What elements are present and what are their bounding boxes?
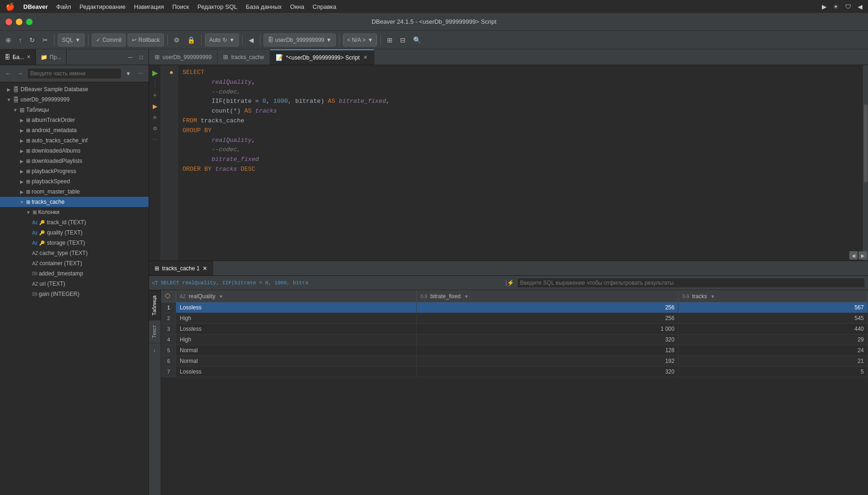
maximize-button[interactable]	[26, 19, 33, 25]
menu-file[interactable]: Файл	[56, 3, 71, 10]
col-sort-realquality[interactable]: ▼	[219, 294, 224, 299]
code-space-11	[211, 165, 215, 174]
table-row[interactable]: 3 Lossless 1 000 440	[162, 324, 868, 334]
sidebar-tab-db-close[interactable]: ✕	[27, 54, 31, 60]
tab-script[interactable]: 📝 *<userDb_999999999> Script ✕	[270, 49, 374, 65]
code-editor[interactable]: SELECT realQuality , --codec, IIF(bitrat…	[178, 65, 862, 261]
side-tab-text[interactable]: Текст	[149, 320, 161, 343]
tree-item-gain[interactable]: 09 gain (INTEGER)	[0, 289, 149, 299]
menu-windows[interactable]: Окна	[290, 3, 304, 10]
menu-edit[interactable]: Редактирование	[80, 3, 126, 10]
table-row[interactable]: 5 Normal 128 24	[162, 345, 868, 356]
scrollbar-thumb[interactable]	[864, 104, 868, 182]
database-selector[interactable]: 🗄 userDb_999999999 ▼	[264, 33, 336, 47]
tree-item-storage[interactable]: Az 🔑 storage (TEXT)	[0, 238, 149, 248]
sql-filter-input[interactable]	[517, 278, 865, 288]
results-tab-close[interactable]: ✕	[203, 265, 207, 272]
lock-btn[interactable]: 🔒	[184, 33, 198, 47]
sql-button[interactable]: SQL ▼	[58, 33, 85, 47]
tree-item-userdb[interactable]: ▼ 🗄 userDb_999999999	[0, 94, 149, 105]
sidebar-search-input[interactable]	[27, 68, 122, 79]
tab-tracks-cache[interactable]: ⊞ tracks_cache	[217, 49, 270, 65]
tree-item-dbeaver-sample[interactable]: ▶ 🗄 DBeaver Sample Database	[0, 84, 149, 94]
results-tab-tracks-cache[interactable]: ⊞ tracks_cache 1 ✕	[149, 261, 213, 275]
tree-item-quality[interactable]: Az 🔑 quality (TEXT)	[0, 227, 149, 238]
commit-button[interactable]: ✓ Commit	[92, 33, 126, 47]
th-row-indicator[interactable]	[162, 291, 176, 302]
tree-item-tables[interactable]: ▼ ⊞ Таблицы	[0, 105, 149, 115]
disconnect-btn[interactable]: ✂	[40, 33, 51, 47]
tree-item-track-id[interactable]: Az 🔑 track_id (TEXT)	[0, 217, 149, 227]
sidebar-forward-btn[interactable]: →	[15, 67, 26, 80]
col-icon-quality: Az	[32, 230, 38, 235]
rollback-button[interactable]: ↩ Rollback	[128, 33, 164, 47]
add-line-btn[interactable]: +	[150, 90, 160, 100]
tree-item-playback-progress[interactable]: ▶ ⊞ playbackProgress	[0, 166, 149, 176]
cell-tracks-5: 24	[678, 345, 868, 356]
app-name: DBeaver	[23, 3, 48, 10]
tab-userdb[interactable]: ⊞ userDb_999999999	[149, 49, 217, 65]
minimize-button[interactable]	[16, 19, 22, 25]
side-tab-table[interactable]: Таблица	[149, 290, 161, 320]
th-realquality[interactable]: AZ realQuality ▼	[176, 291, 417, 302]
menu-navigate[interactable]: Навигация	[134, 3, 164, 10]
apple-icon[interactable]: 🍎	[6, 2, 15, 11]
explain-btn[interactable]: ⚙	[150, 124, 160, 133]
code-bitrate-fixed: bitrate_fixed	[339, 97, 386, 107]
tree-item-downloaded-albums[interactable]: ▶ ⊞ downloadedAlbums	[0, 146, 149, 156]
run-query-btn[interactable]: ▶	[150, 68, 160, 77]
menu-database[interactable]: База данных	[246, 3, 282, 10]
side-tab-back[interactable]: ←	[149, 343, 161, 358]
tree-item-albumtrackorder[interactable]: ▶ ⊞ albumTrackOrder	[0, 115, 149, 125]
debug-btn[interactable]: ≡	[150, 113, 160, 122]
refresh-btn[interactable]: ↻	[27, 33, 38, 47]
th-tracks[interactable]: 0-9 tracks ▼	[678, 291, 868, 302]
editor-scrollbar[interactable]: ◀ ▶	[862, 65, 868, 261]
tree-item-room-master[interactable]: ▶ ⊞ room_master_table	[0, 187, 149, 197]
table-row[interactable]: 4 High 320 29	[162, 334, 868, 345]
tree-item-android[interactable]: ▶ ⊞ android_metadata	[0, 125, 149, 135]
back-btn[interactable]: ↑	[16, 33, 25, 47]
sidebar-tab-project[interactable]: 📁 Пр...	[36, 49, 67, 65]
sidebar-filter-btn[interactable]: ▼	[123, 67, 134, 80]
sidebar-more-btn[interactable]: ⋯	[135, 67, 146, 80]
tree-item-container[interactable]: AZ container (TEXT)	[0, 258, 149, 268]
sidebar-minimize-btn[interactable]: ─	[125, 51, 135, 64]
tree-item-columns[interactable]: ▼ ⊞ Колонки	[0, 207, 149, 217]
tree-item-uri[interactable]: AZ uri (TEXT)	[0, 279, 149, 289]
zoom-btn[interactable]: ⊞	[384, 33, 395, 47]
tree-item-playback-speed[interactable]: ▶ ⊞ playbackSpeed	[0, 176, 149, 187]
more-actions-btn[interactable]: ⋯	[150, 135, 160, 144]
nav-arrow-right[interactable]: ▶	[859, 251, 867, 260]
sidebar-maximize-btn[interactable]: □	[137, 51, 146, 64]
menu-search[interactable]: Поиск	[172, 3, 189, 10]
col-sort-tracks[interactable]: ▼	[711, 294, 715, 299]
table-row[interactable]: 6 Normal 192 21	[162, 356, 868, 367]
close-button[interactable]	[6, 19, 12, 25]
tree-item-cache-type[interactable]: AZ cache_type (TEXT)	[0, 248, 149, 258]
nav-arrow-left[interactable]: ◀	[849, 251, 858, 260]
tab-script-close[interactable]: ✕	[362, 54, 368, 61]
auto-mode-selector[interactable]: Auto ↻ ▼	[205, 33, 239, 47]
table-row[interactable]: 1 Lossless 256 567	[162, 302, 868, 313]
new-connection-btn[interactable]: ⊕	[3, 33, 14, 47]
schema-selector[interactable]: < N/A > ▼	[343, 33, 377, 47]
menu-sql-editor[interactable]: Редактор SQL	[197, 3, 237, 10]
execute-btn[interactable]: ▶	[150, 101, 160, 111]
table-row[interactable]: 7 Lossless 320 5	[162, 367, 868, 377]
grid-btn[interactable]: ⊟	[397, 33, 408, 47]
tree-item-downloaded-playlists[interactable]: ▶ ⊞ downloadedPlaylists	[0, 156, 149, 166]
nav-prev-btn[interactable]: ◀	[246, 33, 257, 47]
tree-item-tracks-cache[interactable]: ▼ ⊞ tracks_cache	[0, 197, 149, 207]
table-row[interactable]: 2 High 256 545	[162, 313, 868, 324]
th-bitrate-fixed[interactable]: 0-9 bitrate_fixed ▼	[417, 291, 678, 302]
sidebar-tab-database[interactable]: 🗄 Ба... ✕	[0, 49, 36, 65]
settings-btn[interactable]: ⚙	[171, 33, 183, 47]
menu-help[interactable]: Справка	[312, 3, 336, 10]
table-scroll-area[interactable]: AZ realQuality ▼ 0-9 bitrate_fixed ▼	[161, 290, 868, 495]
search-toolbar-btn[interactable]: 🔍	[410, 33, 424, 47]
tree-item-auto-tracks[interactable]: ▶ ⊞ auto_tracks_cache_inf	[0, 135, 149, 146]
sidebar-back-btn[interactable]: ←	[3, 67, 14, 80]
col-sort-bitrate[interactable]: ▼	[464, 294, 469, 299]
tree-item-added-timestamp[interactable]: 09 added_timestamp	[0, 268, 149, 279]
